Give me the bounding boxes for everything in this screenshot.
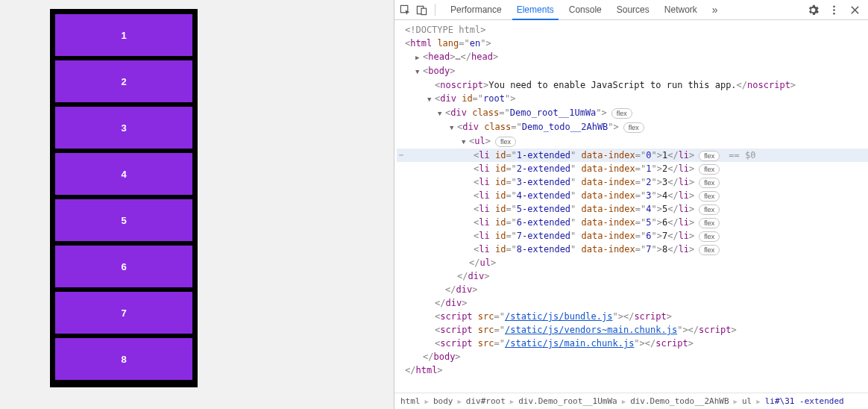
tab-sources[interactable]: Sources: [609, 0, 657, 19]
flex-pill: flex: [699, 191, 720, 202]
device-toggle-icon[interactable]: [415, 4, 427, 16]
dom-li[interactable]: <li id="8-extended" data-index="7">8</li…: [397, 243, 868, 256]
dom-script[interactable]: <script src="/static/js/bundle.js"></scr…: [397, 310, 868, 323]
todo-list: 1 2 3 4 5 6 7 8: [50, 9, 198, 387]
toggle-icon[interactable]: [415, 64, 423, 78]
dom-li[interactable]: <li id="2-extended" data-index="1">2</li…: [397, 162, 868, 175]
app-preview-pane: 1 2 3 4 5 6 7 8: [0, 0, 394, 409]
todo-item[interactable]: 7: [55, 292, 192, 334]
chevron-right-icon: ▶: [510, 398, 514, 405]
dom-div-close[interactable]: </div>: [397, 296, 868, 310]
kebab-menu-icon[interactable]: [828, 4, 840, 16]
tab-performance[interactable]: Performance: [443, 0, 509, 19]
dom-body-close[interactable]: </body>: [397, 350, 868, 363]
crumb[interactable]: div.Demo_root__1UmWa: [518, 396, 617, 406]
dom-script[interactable]: <script src="/static/js/vendors~main.chu…: [397, 323, 868, 337]
devtools-toolbar: Performance Elements Console Sources Net…: [394, 0, 868, 20]
svg-point-5: [833, 12, 835, 14]
dom-body-open[interactable]: <body>: [397, 64, 868, 78]
inspect-icon[interactable]: [399, 4, 411, 16]
flex-pill: flex: [699, 178, 720, 188]
crumb[interactable]: body: [433, 396, 453, 406]
dom-ul-open[interactable]: <ul>flex: [397, 134, 868, 149]
dom-li[interactable]: ⋯<li id="1-extended" data-index="0">1</l…: [397, 149, 868, 162]
flex-pill: flex: [699, 164, 720, 175]
toggle-icon[interactable]: [415, 50, 423, 64]
chevron-right-icon: ▶: [756, 398, 760, 405]
todo-item[interactable]: 8: [55, 338, 192, 380]
toggle-icon[interactable]: [438, 106, 445, 120]
chevron-right-icon: ▶: [734, 398, 738, 405]
toggle-icon[interactable]: [462, 134, 469, 149]
flex-pill: flex: [699, 151, 720, 161]
toolbar-separator: [435, 4, 435, 16]
svg-point-3: [833, 5, 835, 7]
elements-tree[interactable]: <!DOCTYPE html> <html lang="en"> <head>……: [394, 20, 868, 393]
dom-script[interactable]: <script src="/static/js/main.chunk.js"><…: [397, 337, 868, 350]
crumb[interactable]: li#\31 -extended: [765, 396, 844, 406]
todo-item[interactable]: 5: [55, 199, 192, 241]
dom-noscript[interactable]: <noscript>You need to enable JavaScript …: [397, 78, 868, 92]
dom-doctype[interactable]: <!DOCTYPE html>: [397, 23, 868, 37]
tab-console[interactable]: Console: [562, 0, 609, 19]
flex-pill: flex: [699, 245, 720, 255]
dom-li[interactable]: <li id="3-extended" data-index="2">3</li…: [397, 175, 868, 189]
flex-pill: flex: [699, 218, 720, 228]
toggle-icon[interactable]: [450, 120, 457, 134]
tab-elements[interactable]: Elements: [509, 0, 562, 19]
devtools-tabs: Performance Elements Console Sources Net…: [443, 0, 726, 19]
todo-item[interactable]: 3: [55, 107, 192, 149]
dom-html-close[interactable]: </html>: [397, 363, 868, 377]
todo-item[interactable]: 1: [55, 14, 192, 56]
flex-pill: flex: [611, 108, 632, 119]
dom-li[interactable]: <li id="6-extended" data-index="5">6</li…: [397, 216, 868, 229]
svg-point-4: [833, 9, 835, 11]
dom-demo-root[interactable]: <div class="Demo_root__1UmWa">flex: [397, 106, 868, 120]
crumb[interactable]: html: [400, 396, 421, 406]
row-actions-icon[interactable]: ⋯: [397, 149, 406, 162]
dom-head[interactable]: <head>…</head>: [397, 50, 868, 64]
devtools-body: <!DOCTYPE html> <html lang="en"> <head>……: [394, 20, 868, 409]
dom-demo-todo[interactable]: <div class="Demo_todo__2AhWB">flex: [397, 120, 868, 134]
flex-pill: flex: [699, 231, 720, 242]
svg-rect-2: [421, 8, 427, 14]
crumb[interactable]: div#root: [466, 396, 506, 406]
dom-ul-close[interactable]: </ul>: [397, 256, 868, 269]
chevron-right-icon: ▶: [622, 398, 626, 405]
gear-icon[interactable]: [807, 4, 819, 16]
chevron-right-icon: ▶: [425, 398, 429, 405]
toolbar-right-icons: [807, 4, 864, 16]
tab-network[interactable]: Network: [657, 0, 705, 19]
chevron-right-icon: ▶: [457, 398, 461, 405]
todo-item[interactable]: 4: [55, 153, 192, 195]
dom-div-close[interactable]: </div>: [397, 269, 868, 283]
dom-div-close[interactable]: </div>: [397, 283, 868, 296]
todo-item[interactable]: 6: [55, 246, 192, 287]
crumb[interactable]: div.Demo_todo__2AhWB: [630, 396, 729, 406]
devtools-panel: Performance Elements Console Sources Net…: [394, 0, 868, 409]
tab-more[interactable]: »: [705, 0, 726, 19]
toggle-icon[interactable]: [427, 92, 435, 106]
dom-li[interactable]: <li id="7-extended" data-index="6">7</li…: [397, 229, 868, 243]
todo-item[interactable]: 2: [55, 60, 192, 102]
flex-pill: flex: [699, 204, 720, 215]
flex-pill: flex: [495, 137, 516, 147]
elements-breadcrumb[interactable]: html ▶ body ▶ div#root ▶ div.Demo_root__…: [394, 393, 868, 409]
dom-html-open[interactable]: <html lang="en">: [397, 37, 868, 50]
selected-node-hint: == $0: [729, 150, 755, 160]
crumb[interactable]: ul: [742, 396, 752, 406]
close-icon[interactable]: [849, 4, 861, 16]
dom-li[interactable]: <li id="4-extended" data-index="3">4</li…: [397, 189, 868, 202]
dom-root-div[interactable]: <div id="root">: [397, 92, 868, 106]
dom-li[interactable]: <li id="5-extended" data-index="4">5</li…: [397, 202, 868, 216]
flex-pill: flex: [623, 122, 644, 133]
